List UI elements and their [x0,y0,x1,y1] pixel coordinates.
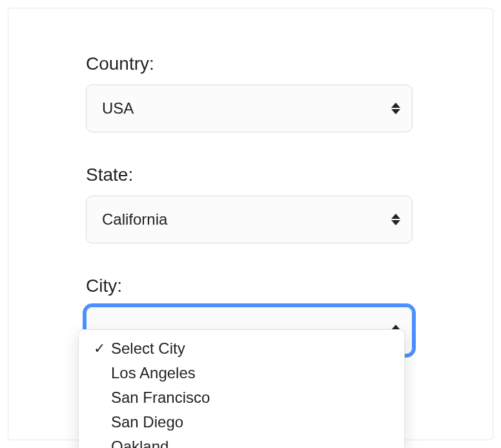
form-card: Country: USA State: California City: [8,8,493,440]
city-label: City: [86,276,415,296]
city-option-san-francisco[interactable]: San Francisco [79,385,404,410]
city-option-oakland[interactable]: Oakland [79,434,404,448]
city-option-select-city[interactable]: ✓ Select City [79,336,404,361]
country-value: USA [102,99,134,117]
check-icon: ✓ [90,340,108,357]
option-label: Select City [108,340,185,358]
city-option-san-diego[interactable]: San Diego [79,410,404,434]
state-select[interactable]: California [86,196,413,243]
option-label: San Francisco [108,389,210,407]
option-label: Oakland [108,438,169,448]
country-label: Country: [86,54,415,74]
updown-icon [391,103,400,114]
updown-icon [391,214,400,225]
country-field: Country: USA [86,54,415,132]
city-dropdown: ✓ Select City Los Angeles San Francisco … [78,329,405,448]
city-option-los-angeles[interactable]: Los Angeles [79,361,404,385]
option-label: San Diego [108,413,183,431]
country-select[interactable]: USA [86,85,413,132]
state-label: State: [86,165,415,185]
state-value: California [102,210,167,229]
option-label: Los Angeles [108,364,196,382]
state-field: State: California [86,165,415,243]
